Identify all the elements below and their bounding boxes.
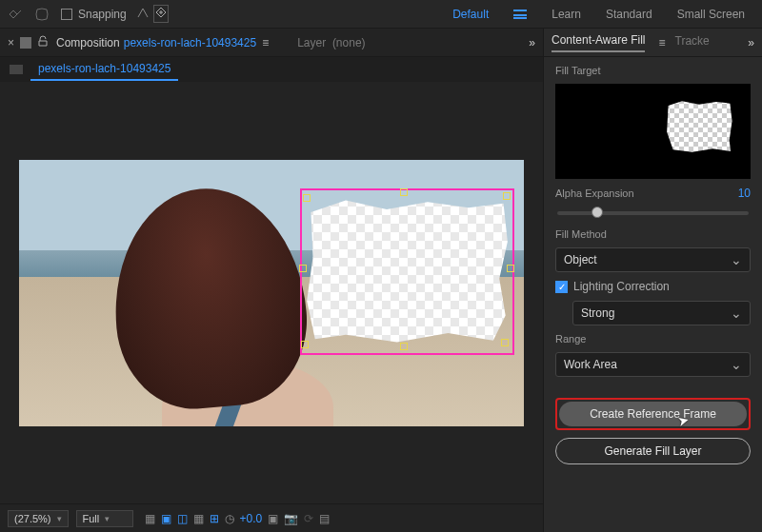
mask-toggle-icon[interactable]: ▣ <box>161 512 171 525</box>
right-panel-tabs: Content-Aware Fill ≡ Tracke » <box>544 29 762 57</box>
zoom-dropdown[interactable]: (27.5%) <box>8 510 69 527</box>
workspace-small-screen[interactable]: Small Screen <box>677 8 745 21</box>
snapping-toggle[interactable]: Snapping <box>61 5 169 23</box>
roi-toggle-icon[interactable]: ◫ <box>177 512 188 525</box>
workspace-menu-icon[interactable] <box>513 10 527 19</box>
create-reference-frame-button[interactable]: Create Reference Frame ➤ <box>559 402 747 426</box>
panel-menu-icon[interactable]: ≡ <box>262 36 269 49</box>
snap-grid-icon[interactable] <box>153 5 169 23</box>
snap-option-icon[interactable] <box>136 6 150 22</box>
composition-title: Composition <box>56 36 120 49</box>
exposure-value[interactable]: +0.0 <box>240 512 263 525</box>
fill-target-shape <box>665 99 733 154</box>
top-toolbar: Snapping Default Learn Standard Small Sc… <box>0 0 762 29</box>
alpha-expansion-label: Alpha Expansion <box>555 187 634 199</box>
layer-value: (none) <box>332 36 366 49</box>
generate-fill-layer-button[interactable]: Generate Fill Layer <box>555 438 751 464</box>
grid-icon[interactable]: ▦ <box>193 512 204 525</box>
content-aware-fill-panel: Content-Aware Fill ≡ Tracke » Fill Targe… <box>543 29 762 532</box>
mask-handle[interactable] <box>299 265 307 272</box>
mask-handle[interactable] <box>503 192 511 200</box>
lighting-correction-label: Lighting Correction <box>573 280 670 293</box>
fill-target-label: Fill Target <box>555 65 751 76</box>
create-reference-frame-highlight: Create Reference Frame ➤ <box>555 398 751 430</box>
range-label: Range <box>555 333 751 345</box>
viewer-footer: (27.5%) Full ▦ ▣ ◫ ▦ ⊞ ◷ +0.0 ▣ 📷 ⟳ ▤ <box>0 503 543 532</box>
tab-tracker[interactable]: Tracke <box>675 34 710 51</box>
tab-active[interactable]: pexels-ron-lach-10493425 <box>30 58 178 81</box>
workspace-switcher: Default Learn Standard Small Screen <box>452 8 754 21</box>
panel-menu-icon[interactable]: ≡ <box>658 36 665 49</box>
close-icon[interactable]: × <box>8 36 14 49</box>
fill-target-preview <box>555 84 751 179</box>
viewer-canvas <box>19 160 524 426</box>
unlock-icon[interactable] <box>37 35 49 49</box>
range-dropdown[interactable]: Work Area <box>555 352 751 377</box>
lighting-strength-dropdown[interactable]: Strong <box>572 301 751 325</box>
fill-method-dropdown[interactable]: Object <box>555 247 751 272</box>
tab-content-aware-fill[interactable]: Content-Aware Fill <box>551 33 645 52</box>
slider-thumb[interactable] <box>592 207 603 218</box>
panel-expand-icon[interactable]: » <box>748 36 754 49</box>
workspace-learn[interactable]: Learn <box>551 8 581 21</box>
lighting-correction-toggle[interactable]: ✓ Lighting Correction <box>555 280 751 293</box>
resolution-dropdown[interactable]: Full <box>76 510 133 527</box>
workspace-standard[interactable]: Standard <box>606 8 652 21</box>
mask-handle[interactable] <box>507 265 514 272</box>
puppet-tool-icon[interactable] <box>8 7 23 22</box>
roto-tool-icon[interactable] <box>34 7 50 22</box>
mask-handle[interactable] <box>501 339 509 346</box>
snapping-label: Snapping <box>78 8 127 21</box>
snapping-checkbox[interactable] <box>61 9 72 20</box>
panel-color-chip <box>20 37 31 49</box>
composition-name-link[interactable]: pexels-ron-lach-10493425 <box>124 36 256 49</box>
region-of-interest-box[interactable] <box>300 188 514 355</box>
refresh-icon[interactable]: ⟳ <box>304 512 313 525</box>
checkbox-checked-icon[interactable]: ✓ <box>555 281 568 293</box>
mask-handle[interactable] <box>301 341 309 348</box>
mask-handle[interactable] <box>400 188 408 196</box>
workspace-default[interactable]: Default <box>452 8 489 21</box>
snapshot-icon[interactable]: ▣ <box>268 512 278 525</box>
guides-icon[interactable]: ⊞ <box>210 512 219 525</box>
composition-tabs: pexels-ron-lach-10493425 <box>0 57 543 82</box>
alpha-expansion-slider[interactable] <box>557 211 749 215</box>
settings-icon[interactable]: ▤ <box>319 512 330 525</box>
camera-icon[interactable]: 📷 <box>284 512 298 525</box>
fill-method-label: Fill Method <box>555 228 751 240</box>
mask-handle[interactable] <box>400 343 408 350</box>
panel-expand-icon[interactable]: » <box>529 36 535 49</box>
layer-label: Layer <box>297 36 326 49</box>
viewer-footer-icons: ▦ ▣ ◫ ▦ ⊞ ◷ +0.0 ▣ 📷 ⟳ ▤ <box>145 512 331 525</box>
alpha-expansion-value[interactable]: 10 <box>738 187 751 200</box>
comp-flow-icon[interactable] <box>10 65 23 74</box>
clock-icon[interactable]: ◷ <box>225 512 234 525</box>
composition-viewer[interactable] <box>0 82 543 503</box>
composition-pane: × Composition pexels-ron-lach-10493425 ≡… <box>0 29 543 532</box>
composition-panel-header: × Composition pexels-ron-lach-10493425 ≡… <box>0 29 543 57</box>
transparency-grid-icon[interactable]: ▦ <box>145 512 155 525</box>
mask-handle[interactable] <box>303 194 311 202</box>
